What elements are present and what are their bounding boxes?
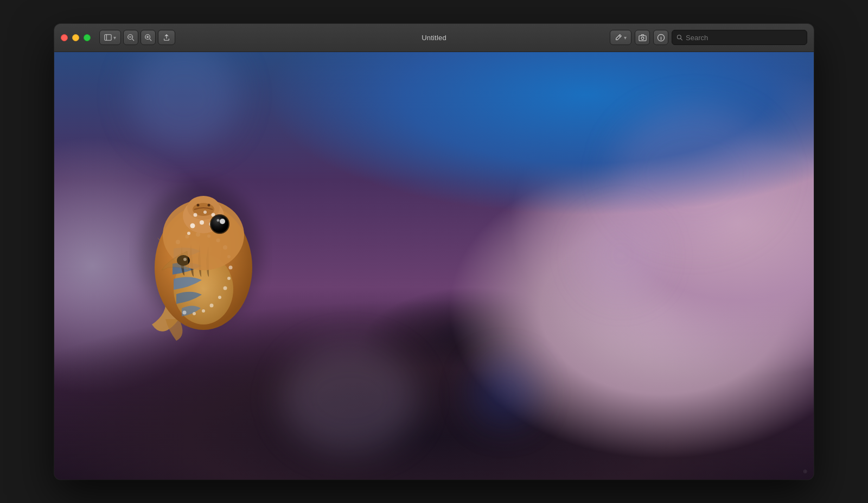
svg-point-30 — [218, 296, 221, 299]
svg-point-34 — [183, 310, 187, 314]
zoom-in-button[interactable] — [141, 30, 156, 45]
titlebar: ▾ — [54, 24, 814, 52]
image-area: ⊕ — [54, 52, 814, 480]
pen-icon — [615, 34, 622, 41]
info-button[interactable] — [653, 30, 668, 45]
svg-point-14 — [661, 36, 661, 36]
share-button[interactable] — [158, 30, 175, 45]
pen-chevron-icon: ▾ — [624, 35, 627, 41]
sidebar-icon — [104, 34, 112, 41]
svg-point-44 — [194, 213, 197, 217]
svg-point-54 — [197, 203, 200, 206]
zoom-in-icon — [144, 34, 152, 41]
svg-point-43 — [187, 232, 190, 235]
svg-point-45 — [203, 211, 207, 214]
zoom-out-icon — [127, 34, 135, 41]
info-icon — [657, 34, 665, 42]
svg-line-9 — [619, 36, 621, 37]
svg-point-33 — [193, 312, 196, 315]
share-icon — [163, 34, 170, 41]
watermark: ⊕ — [803, 468, 807, 474]
sidebar-toggle-button[interactable]: ▾ — [99, 30, 121, 45]
svg-point-28 — [227, 277, 231, 280]
toolbar-left: ▾ — [99, 30, 175, 45]
zoom-out-button[interactable] — [123, 30, 138, 45]
pen-tool-button[interactable]: ▾ — [610, 30, 631, 45]
fish-illustration — [103, 129, 309, 357]
svg-point-40 — [200, 220, 204, 225]
search-bar[interactable] — [672, 30, 807, 45]
bokeh-4 — [282, 344, 418, 453]
bokeh-3 — [580, 215, 662, 296]
svg-line-6 — [150, 39, 152, 41]
search-input[interactable] — [686, 34, 802, 42]
svg-point-49 — [220, 219, 225, 224]
svg-point-11 — [641, 37, 644, 40]
search-icon — [676, 34, 682, 41]
svg-rect-0 — [105, 35, 111, 41]
maximize-button[interactable] — [84, 34, 91, 41]
fish-scene: ⊕ — [54, 52, 814, 480]
main-window: ▾ — [54, 24, 814, 480]
svg-point-48 — [211, 215, 228, 233]
traffic-lights — [61, 34, 91, 41]
svg-line-16 — [681, 39, 682, 40]
svg-point-50 — [217, 219, 220, 221]
toolbar-right: ▾ — [610, 30, 807, 45]
window-title: Untitled — [422, 34, 446, 42]
svg-line-3 — [132, 39, 135, 41]
svg-point-55 — [208, 203, 210, 206]
layers-button[interactable] — [635, 30, 650, 45]
bokeh-5 — [472, 360, 537, 425]
svg-point-31 — [210, 303, 214, 307]
minimize-button[interactable] — [72, 34, 79, 41]
camera-icon — [639, 34, 647, 42]
chevron-down-icon: ▾ — [113, 35, 116, 41]
close-button[interactable] — [61, 34, 68, 41]
svg-rect-10 — [639, 35, 646, 40]
svg-point-39 — [190, 223, 195, 228]
svg-point-32 — [202, 309, 205, 313]
svg-point-27 — [229, 265, 233, 269]
svg-point-29 — [224, 286, 227, 290]
